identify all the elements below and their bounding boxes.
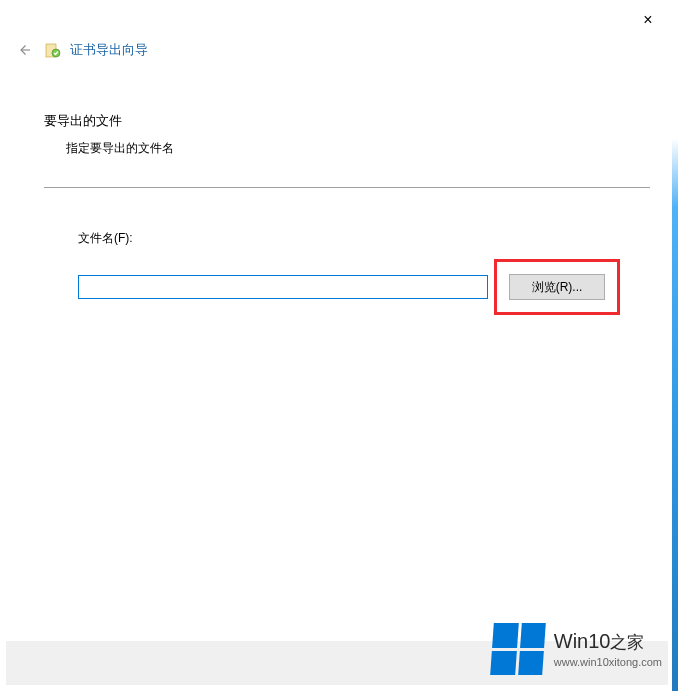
file-field-row: 浏览(R)... bbox=[78, 259, 650, 315]
file-name-input[interactable] bbox=[78, 275, 488, 299]
windows-logo-icon bbox=[490, 623, 546, 675]
section-divider bbox=[44, 187, 650, 188]
wizard-title: 证书导出向导 bbox=[70, 41, 148, 59]
section-heading: 要导出的文件 bbox=[44, 112, 650, 130]
watermark: Win10之家 www.win10xitong.com bbox=[492, 623, 662, 675]
browse-highlight-box: 浏览(R)... bbox=[494, 259, 620, 315]
watermark-url: www.win10xitong.com bbox=[554, 656, 662, 668]
back-button[interactable] bbox=[12, 38, 36, 62]
wizard-content: 要导出的文件 指定要导出的文件名 文件名(F): 浏览(R)... bbox=[44, 112, 650, 315]
window-right-edge bbox=[672, 0, 678, 691]
file-name-label: 文件名(F): bbox=[78, 230, 650, 247]
file-field-block: 文件名(F): 浏览(R)... bbox=[78, 230, 650, 315]
certificate-wizard-icon bbox=[44, 41, 62, 59]
close-button[interactable]: × bbox=[636, 8, 660, 32]
watermark-brand: Win10之家 bbox=[554, 630, 662, 654]
watermark-text: Win10之家 www.win10xitong.com bbox=[554, 630, 662, 668]
arrow-left-icon bbox=[15, 41, 33, 59]
browse-button[interactable]: 浏览(R)... bbox=[509, 274, 605, 300]
section-subtext: 指定要导出的文件名 bbox=[66, 140, 650, 157]
wizard-header: 证书导出向导 bbox=[12, 38, 148, 62]
